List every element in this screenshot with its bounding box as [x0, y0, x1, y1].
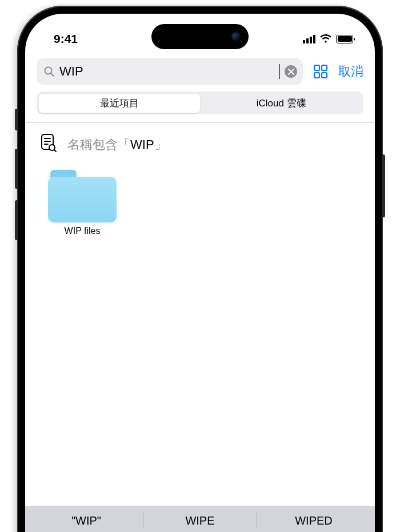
keyboard-suggestion-bar: "WIP" WIPE WIPED: [25, 506, 375, 532]
search-input[interactable]: WIP: [59, 64, 278, 79]
svg-rect-4: [314, 73, 319, 78]
wifi-icon: [319, 34, 332, 43]
suggestion-item[interactable]: WIPED: [257, 514, 370, 527]
svg-rect-5: [322, 73, 327, 78]
screen: 9:41 WIP: [25, 14, 375, 532]
svg-line-11: [54, 150, 56, 152]
filter-hint-text: 名稱包含「WIP」: [67, 136, 167, 153]
tab-icloud[interactable]: iCloud 雲碟: [201, 93, 362, 113]
cellular-signal-icon: [303, 35, 315, 43]
svg-rect-2: [314, 65, 319, 70]
folder-icon: [48, 170, 117, 223]
side-button: [15, 109, 18, 130]
status-time: 9:41: [54, 32, 78, 46]
side-button: [15, 149, 18, 189]
side-button: [382, 154, 385, 217]
suggestion-item[interactable]: WIPE: [143, 514, 257, 527]
filter-hint-row[interactable]: 名稱包含「WIP」: [25, 123, 375, 170]
svg-rect-3: [322, 65, 327, 70]
view-mode-button[interactable]: [311, 63, 330, 80]
battery-icon: [336, 35, 353, 43]
dynamic-island: [151, 24, 249, 49]
text-cursor: [279, 64, 280, 79]
clear-search-button[interactable]: [285, 65, 297, 78]
front-camera: [231, 32, 241, 41]
tab-recent[interactable]: 最近項目: [38, 93, 201, 113]
search-field[interactable]: WIP: [37, 58, 303, 85]
svg-line-1: [51, 73, 54, 76]
search-icon: [43, 66, 55, 77]
document-search-icon: [40, 133, 57, 156]
side-button: [15, 200, 18, 240]
phone-frame: 9:41 WIP: [17, 6, 383, 532]
folder-label: WIP files: [65, 226, 101, 236]
scope-segmented-control[interactable]: 最近項目 iCloud 雲碟: [37, 92, 363, 114]
folder-item[interactable]: WIP files: [42, 170, 122, 236]
suggestion-item[interactable]: "WIP": [30, 514, 143, 527]
cancel-button[interactable]: 取消: [338, 63, 363, 80]
results-grid: WIP files: [25, 170, 375, 506]
